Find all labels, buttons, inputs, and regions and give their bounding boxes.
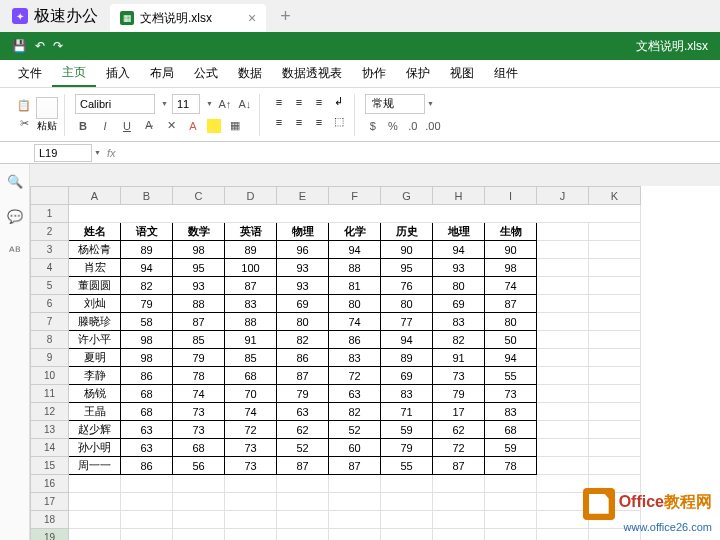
fx-icon[interactable]: fx <box>107 147 116 159</box>
cell[interactable] <box>537 259 589 277</box>
cell[interactable] <box>69 205 641 223</box>
cell[interactable] <box>537 241 589 259</box>
cell[interactable]: 李静 <box>69 367 121 385</box>
cell[interactable] <box>537 403 589 421</box>
cell[interactable]: 59 <box>485 439 537 457</box>
chevron-down-icon[interactable]: ▼ <box>427 100 434 107</box>
cell[interactable]: 79 <box>277 385 329 403</box>
cell[interactable]: 63 <box>277 403 329 421</box>
cell[interactable] <box>277 475 329 493</box>
cell[interactable]: 93 <box>277 277 329 295</box>
formula-input[interactable] <box>122 144 721 162</box>
col-header[interactable]: I <box>485 187 537 205</box>
cell[interactable]: 姓名 <box>69 223 121 241</box>
cell[interactable]: 87 <box>225 277 277 295</box>
cell[interactable]: 98 <box>121 349 173 367</box>
cell[interactable]: 63 <box>121 421 173 439</box>
cell[interactable]: 72 <box>225 421 277 439</box>
cell[interactable]: 化学 <box>329 223 381 241</box>
cell[interactable]: 83 <box>485 403 537 421</box>
row-header[interactable]: 13 <box>31 421 69 439</box>
cell[interactable]: 77 <box>381 313 433 331</box>
cell[interactable]: 87 <box>485 295 537 313</box>
cell[interactable]: 93 <box>173 277 225 295</box>
cell[interactable]: 肖宏 <box>69 259 121 277</box>
percent-icon[interactable]: % <box>385 118 401 134</box>
cell[interactable] <box>173 475 225 493</box>
row-header[interactable]: 4 <box>31 259 69 277</box>
chevron-down-icon[interactable]: ▼ <box>206 100 213 107</box>
cell[interactable]: 86 <box>121 367 173 385</box>
menu-formula[interactable]: 公式 <box>184 61 228 86</box>
cell[interactable] <box>121 493 173 511</box>
cell[interactable]: 68 <box>121 403 173 421</box>
cell[interactable] <box>277 511 329 529</box>
menu-insert[interactable]: 插入 <box>96 61 140 86</box>
cell[interactable]: 68 <box>121 385 173 403</box>
cell[interactable] <box>225 475 277 493</box>
cell[interactable] <box>537 223 589 241</box>
cell[interactable] <box>537 457 589 475</box>
cell[interactable]: 90 <box>485 241 537 259</box>
search-icon[interactable]: 🔍 <box>7 174 23 189</box>
cell[interactable] <box>329 475 381 493</box>
cell[interactable]: 69 <box>381 367 433 385</box>
cell[interactable] <box>225 511 277 529</box>
cell[interactable] <box>173 493 225 511</box>
menu-component[interactable]: 组件 <box>484 61 528 86</box>
cell[interactable] <box>277 529 329 541</box>
cell[interactable] <box>589 313 641 331</box>
cell[interactable]: 许小平 <box>69 331 121 349</box>
cell[interactable]: 董圆圆 <box>69 277 121 295</box>
fill-color-button[interactable] <box>207 119 221 133</box>
cell[interactable] <box>69 493 121 511</box>
cell[interactable]: 79 <box>381 439 433 457</box>
cell[interactable] <box>589 349 641 367</box>
cell[interactable] <box>537 475 589 493</box>
row-header[interactable]: 8 <box>31 331 69 349</box>
wrap-text-icon[interactable]: ↲ <box>330 94 348 110</box>
row-header[interactable]: 11 <box>31 385 69 403</box>
cell[interactable] <box>173 529 225 541</box>
cell[interactable]: 86 <box>121 457 173 475</box>
cell[interactable]: 68 <box>173 439 225 457</box>
menu-home[interactable]: 主页 <box>52 60 96 87</box>
cell[interactable]: 80 <box>329 295 381 313</box>
cell[interactable]: 杨松青 <box>69 241 121 259</box>
italic-button[interactable]: I <box>97 118 113 134</box>
cell[interactable]: 63 <box>329 385 381 403</box>
cell[interactable]: 52 <box>277 439 329 457</box>
save-icon[interactable]: 💾 <box>12 39 27 53</box>
cell[interactable]: 73 <box>173 403 225 421</box>
cell[interactable] <box>589 277 641 295</box>
cell[interactable]: 80 <box>485 313 537 331</box>
cell[interactable]: 63 <box>121 439 173 457</box>
cell[interactable]: 94 <box>485 349 537 367</box>
cell[interactable]: 82 <box>121 277 173 295</box>
cell[interactable]: 95 <box>381 259 433 277</box>
row-header[interactable]: 19 <box>31 529 69 541</box>
cell[interactable]: 83 <box>225 295 277 313</box>
cell[interactable]: 杨锐 <box>69 385 121 403</box>
cell[interactable] <box>381 529 433 541</box>
cell[interactable]: 91 <box>433 349 485 367</box>
cell[interactable]: 74 <box>329 313 381 331</box>
cell[interactable]: 78 <box>173 367 225 385</box>
cell[interactable]: 82 <box>277 331 329 349</box>
cell[interactable] <box>537 331 589 349</box>
cell[interactable] <box>485 493 537 511</box>
cell[interactable]: 83 <box>433 313 485 331</box>
cell[interactable]: 88 <box>173 295 225 313</box>
cell[interactable] <box>589 385 641 403</box>
cell[interactable]: 滕晓珍 <box>69 313 121 331</box>
cell[interactable]: 85 <box>173 331 225 349</box>
font-color-button[interactable]: A <box>185 118 201 134</box>
cell[interactable]: 98 <box>121 331 173 349</box>
cell[interactable]: 74 <box>173 385 225 403</box>
app-home-tab[interactable]: ✦ 极速办公 <box>0 0 110 32</box>
cell[interactable]: 59 <box>381 421 433 439</box>
cell[interactable]: 81 <box>329 277 381 295</box>
menu-protect[interactable]: 保护 <box>396 61 440 86</box>
cell[interactable]: 62 <box>433 421 485 439</box>
cell[interactable] <box>485 511 537 529</box>
